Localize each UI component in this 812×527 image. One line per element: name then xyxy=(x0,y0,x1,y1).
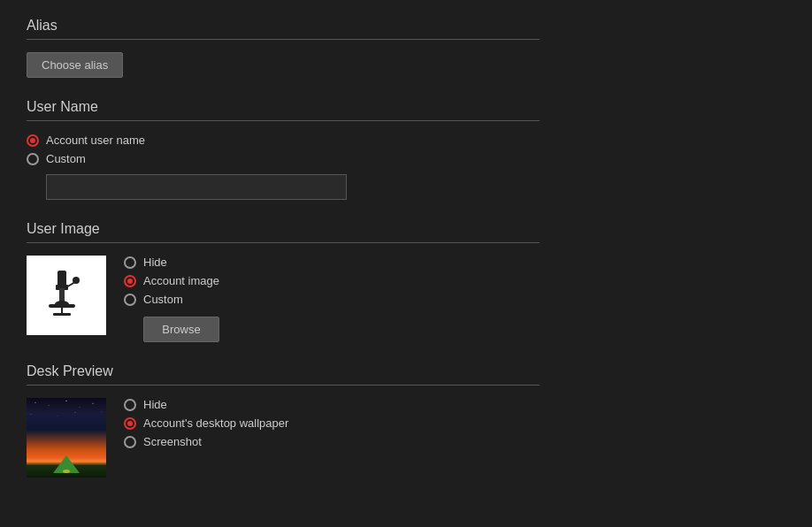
custom-username-option[interactable]: Custom xyxy=(27,152,540,165)
alias-divider xyxy=(27,39,540,40)
alias-section-title: Alias xyxy=(27,18,540,34)
desk-preview-bg xyxy=(27,398,106,477)
svg-point-17 xyxy=(75,412,76,413)
desk-preview-content: Hide Account's desktop wallpaper Screens… xyxy=(27,398,540,477)
account-username-radio[interactable] xyxy=(27,134,39,147)
svg-point-12 xyxy=(80,407,80,408)
browse-button[interactable]: Browse xyxy=(143,317,219,342)
svg-rect-6 xyxy=(53,313,71,316)
svg-point-10 xyxy=(49,405,50,406)
tent-glow xyxy=(63,470,70,473)
screenshot-radio[interactable] xyxy=(124,436,136,448)
svg-point-13 xyxy=(93,403,94,404)
user-image-divider xyxy=(27,242,540,243)
custom-username-input[interactable] xyxy=(46,174,347,200)
custom-username-radio[interactable] xyxy=(27,153,39,165)
account-image-radio[interactable] xyxy=(124,275,136,287)
custom-image-label: Custom xyxy=(143,293,183,306)
svg-rect-4 xyxy=(49,304,75,308)
account-image-label: Account image xyxy=(143,274,219,287)
hide-wallpaper-option[interactable]: Hide xyxy=(124,398,288,411)
svg-point-16 xyxy=(57,416,58,416)
svg-rect-2 xyxy=(59,288,65,302)
settings-panel: Alias Choose alias User Name Account use… xyxy=(0,0,566,516)
user-image-radio-group: Hide Account image Custom Browse xyxy=(124,256,219,342)
desk-preview-divider xyxy=(27,385,540,386)
user-image-section-title: User Image xyxy=(27,221,540,237)
account-wallpaper-radio[interactable] xyxy=(124,417,136,430)
user-image-section: User Image xyxy=(27,221,540,342)
user-image-preview xyxy=(27,256,106,335)
account-username-option[interactable]: Account user name xyxy=(27,134,540,147)
user-image-content: Hide Account image Custom Browse xyxy=(27,256,540,342)
hide-image-radio[interactable] xyxy=(124,256,136,269)
desk-preview-section: Desk Preview xyxy=(27,363,540,477)
svg-point-14 xyxy=(102,411,103,412)
hide-wallpaper-radio[interactable] xyxy=(124,399,136,411)
stars-overlay xyxy=(27,398,106,434)
microscope-icon xyxy=(40,269,93,322)
choose-alias-button[interactable]: Choose alias xyxy=(27,52,123,78)
svg-point-8 xyxy=(73,277,80,284)
account-username-label: Account user name xyxy=(46,134,145,147)
desk-preview-radio-group: Hide Account's desktop wallpaper Screens… xyxy=(124,398,288,454)
svg-point-11 xyxy=(65,401,66,401)
desk-preview-section-title: Desk Preview xyxy=(27,363,540,379)
username-section: User Name Account user name Custom xyxy=(27,99,540,200)
svg-point-9 xyxy=(35,402,36,403)
svg-point-15 xyxy=(31,414,32,415)
screenshot-label: Screenshot xyxy=(143,435,202,448)
hide-wallpaper-label: Hide xyxy=(143,398,167,411)
hide-image-option[interactable]: Hide xyxy=(124,256,219,269)
alias-section: Alias Choose alias xyxy=(27,18,540,78)
account-wallpaper-label: Account's desktop wallpaper xyxy=(143,416,288,430)
custom-image-option[interactable]: Custom xyxy=(124,293,219,306)
username-divider xyxy=(27,120,540,121)
screenshot-option[interactable]: Screenshot xyxy=(124,435,288,448)
account-wallpaper-option[interactable]: Account's desktop wallpaper xyxy=(124,416,288,430)
custom-image-radio[interactable] xyxy=(124,294,136,306)
svg-rect-0 xyxy=(57,271,66,286)
desk-preview-thumbnail xyxy=(27,398,106,477)
account-image-option[interactable]: Account image xyxy=(124,274,219,287)
custom-username-label: Custom xyxy=(46,152,86,165)
hide-image-label: Hide xyxy=(143,256,167,269)
username-section-title: User Name xyxy=(27,99,540,115)
